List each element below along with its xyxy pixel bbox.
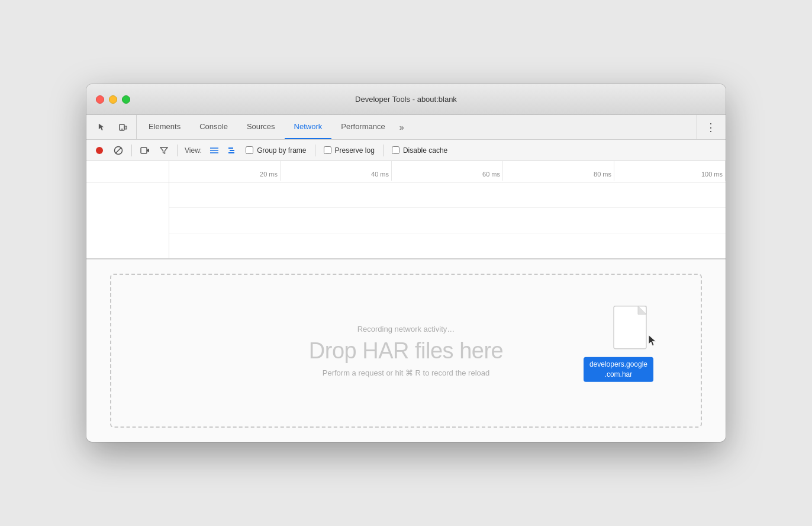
timeline-row-spacer — [86, 182, 169, 258]
drop-zone-container: Recording network activity… Drop HAR fil… — [86, 259, 726, 442]
disable-cache-checkbox-group: Disable cache — [388, 146, 451, 155]
tick-60ms: 60 ms — [392, 161, 503, 181]
waterfall-view-button[interactable] — [224, 144, 240, 157]
disable-cache-label[interactable]: Disable cache — [403, 146, 447, 155]
svg-rect-1 — [125, 126, 127, 129]
timeline-spacer — [86, 161, 169, 182]
minimize-button[interactable] — [109, 95, 117, 104]
tab-network[interactable]: Network — [285, 115, 332, 139]
har-file-icon — [612, 304, 653, 355]
more-options-button[interactable]: ⋮ — [702, 119, 718, 136]
timeline-ticks: 20 ms 40 ms 60 ms 80 ms 100 ms — [169, 161, 726, 182]
tab-elements[interactable]: Elements — [139, 115, 190, 139]
drop-zone[interactable]: Recording network activity… Drop HAR fil… — [110, 274, 702, 428]
perform-request-text: Perform a request or hit ⌘ R to record t… — [323, 368, 490, 377]
tick-80ms: 80 ms — [503, 161, 614, 181]
recording-text: Recording network activity… — [357, 325, 455, 333]
group-by-frame-checkbox[interactable] — [246, 146, 253, 154]
svg-rect-12 — [228, 152, 234, 153]
timeline-area — [86, 182, 726, 259]
device-icon[interactable] — [115, 119, 131, 136]
tick-40ms: 40 ms — [281, 161, 392, 181]
record-button[interactable] — [91, 142, 108, 159]
tab-bar-right: ⋮ — [697, 115, 723, 139]
tick-100ms: 100 ms — [614, 161, 726, 181]
group-by-frame-label[interactable]: Group by frame — [257, 146, 306, 155]
preserve-log-label[interactable]: Preserve log — [335, 146, 375, 155]
timeline-header: 20 ms 40 ms 60 ms 80 ms 100 ms — [86, 161, 726, 182]
tab-console[interactable]: Console — [190, 115, 237, 139]
group-by-frame-checkbox-group: Group by frame — [242, 146, 310, 155]
tab-bar: Elements Console Sources Network Perform… — [86, 115, 726, 140]
drop-har-text: Drop HAR files here — [309, 338, 503, 364]
view-buttons — [207, 144, 240, 157]
cursor-icon — [647, 334, 658, 350]
network-toolbar: View: Group by frame — [86, 140, 726, 161]
har-label: developers.google .com.har — [584, 357, 653, 382]
toolbar-divider-3 — [315, 145, 315, 156]
window-title: Developer Tools - about:blank — [355, 95, 457, 104]
timeline-row-1 — [169, 182, 726, 208]
svg-rect-6 — [141, 147, 147, 153]
traffic-lights — [96, 95, 130, 104]
tab-bar-icons — [89, 115, 137, 139]
view-label: View: — [182, 146, 204, 155]
title-bar: Developer Tools - about:blank — [86, 84, 726, 115]
svg-rect-10 — [228, 147, 233, 149]
svg-point-3 — [96, 147, 103, 154]
devtools-window: Developer Tools - about:blank Ele — [86, 84, 726, 442]
timeline-row-3 — [169, 233, 726, 258]
tab-sources[interactable]: Sources — [237, 115, 285, 139]
timeline-row-2 — [169, 208, 726, 233]
clear-button[interactable] — [110, 142, 127, 159]
preserve-log-checkbox-group: Preserve log — [320, 146, 378, 155]
har-file-container: developers.google .com.har — [584, 304, 653, 382]
toolbar-divider-2 — [177, 145, 178, 156]
maximize-button[interactable] — [122, 95, 130, 104]
screenshot-button[interactable] — [137, 142, 153, 159]
toolbar-divider-1 — [131, 145, 132, 156]
svg-line-5 — [115, 147, 121, 153]
list-view-button[interactable] — [207, 144, 222, 157]
filter-button[interactable] — [156, 142, 172, 159]
inspect-icon[interactable] — [94, 119, 110, 136]
timeline-rows — [169, 182, 726, 258]
toolbar-divider-4 — [383, 145, 384, 156]
tabs: Elements Console Sources Network Perform… — [139, 115, 697, 139]
preserve-log-checkbox[interactable] — [324, 146, 331, 154]
tick-20ms: 20 ms — [169, 161, 281, 181]
tab-performance[interactable]: Performance — [331, 115, 394, 139]
tab-overflow-button[interactable]: » — [395, 115, 409, 139]
svg-rect-11 — [230, 150, 234, 151]
close-button[interactable] — [96, 95, 104, 104]
disable-cache-checkbox[interactable] — [392, 146, 399, 154]
